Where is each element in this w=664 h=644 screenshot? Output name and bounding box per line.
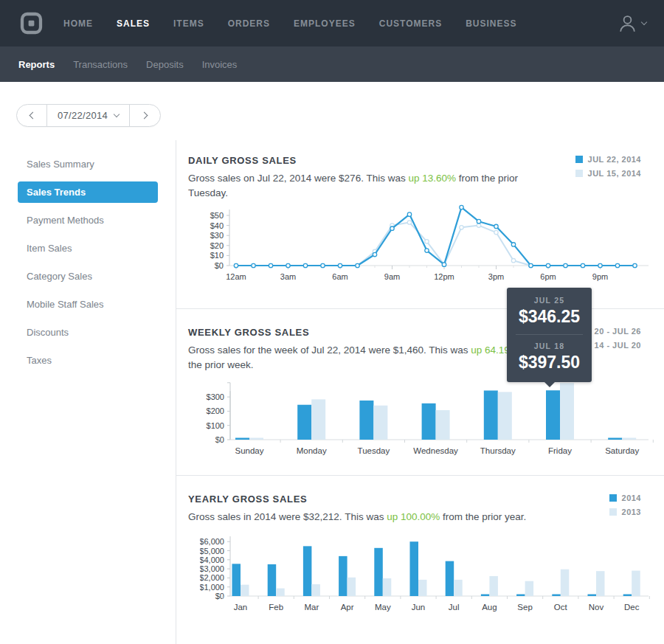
svg-text:$1,000: $1,000	[200, 582, 224, 591]
yearly-legend: 2014 2013	[609, 494, 641, 524]
svg-text:Aug: Aug	[482, 603, 497, 612]
daily-gross-sales-line-chart[interactable]: $0$10$20$30$40$5012am3am6am9am12pm3pm6pm…	[200, 204, 657, 284]
svg-text:Thursday: Thursday	[480, 446, 516, 455]
account-menu[interactable]	[618, 14, 646, 32]
yearly-section-description: Gross sales in 2014 were $32,212. This w…	[188, 510, 547, 524]
next-date-button[interactable]	[130, 105, 160, 126]
svg-text:$30: $30	[210, 231, 224, 240]
svg-text:$4,000: $4,000	[200, 555, 224, 564]
svg-text:May: May	[375, 603, 391, 612]
svg-text:Jun: Jun	[412, 603, 426, 612]
svg-text:$200: $200	[207, 407, 224, 416]
sidebar-item-payment-methods[interactable]: Payment Methods	[18, 210, 158, 231]
nav-item-sales[interactable]: SALES	[117, 18, 150, 29]
sidebar-item-taxes[interactable]: Taxes	[18, 350, 158, 371]
weekly-section-description: Gross sales for the week of Jul 22, 2014…	[188, 343, 547, 372]
daily-up-percent: up 13.60%	[408, 173, 456, 184]
svg-text:Jul: Jul	[449, 603, 460, 612]
date-select[interactable]: 07/22/2014	[47, 105, 130, 126]
svg-text:$0: $0	[215, 261, 224, 270]
chevron-left-icon	[30, 112, 37, 120]
legend-item: JUL 22, 2014	[575, 155, 641, 164]
svg-text:Saturday: Saturday	[605, 446, 639, 455]
legend-item: JUL 15, 2014	[575, 169, 641, 178]
sidebar-item-item-sales[interactable]: Item Sales	[18, 238, 158, 259]
legend-swatch-2013	[609, 508, 617, 516]
svg-text:Wednesday: Wednesday	[413, 446, 458, 455]
chart-tooltip: JUL 25 $346.25 JUL 18 $397.50	[507, 288, 592, 382]
nav-item-business[interactable]: BUSINESS	[466, 18, 516, 29]
svg-text:6am: 6am	[332, 272, 347, 281]
chevron-down-icon	[641, 19, 647, 25]
svg-text:9pm: 9pm	[592, 272, 608, 281]
svg-text:Dec: Dec	[624, 603, 640, 612]
svg-text:$2,000: $2,000	[200, 573, 224, 582]
reports-main: DAILY GROSS SALES Gross sales on Jul 22,…	[176, 140, 664, 644]
nav-item-home[interactable]: HOME	[63, 18, 93, 29]
nav-item-orders[interactable]: ORDERS	[228, 18, 270, 29]
sidebar-item-discounts[interactable]: Discounts	[18, 322, 158, 343]
reports-sidebar: Sales Summary Sales Trends Payment Metho…	[0, 140, 176, 644]
yearly-section-title: YEARLY GROSS SALES	[188, 494, 609, 505]
tooltip-date-current: JUL 25	[507, 296, 592, 305]
chevron-down-icon	[114, 111, 120, 117]
svg-text:$100: $100	[207, 421, 224, 430]
svg-text:$20: $20	[210, 241, 224, 250]
svg-text:Sunday: Sunday	[235, 446, 263, 455]
sidebar-item-sales-trends[interactable]: Sales Trends	[18, 181, 158, 203]
svg-text:Nov: Nov	[589, 603, 604, 612]
svg-text:Tuesday: Tuesday	[358, 446, 390, 455]
nav-item-employees[interactable]: EMPLOYEES	[294, 18, 356, 29]
svg-text:Feb: Feb	[269, 603, 283, 612]
nav-item-items[interactable]: ITEMS	[173, 18, 204, 29]
svg-text:$300: $300	[207, 392, 224, 401]
nav-item-customers[interactable]: CUSTOMERS	[379, 18, 442, 29]
svg-text:$10: $10	[210, 252, 224, 260]
svg-text:6pm: 6pm	[540, 272, 556, 281]
svg-text:Jan: Jan	[234, 603, 248, 612]
subnav-item-deposits[interactable]: Deposits	[146, 59, 184, 70]
daily-gross-sales-section: DAILY GROSS SALES Gross sales on Jul 22,…	[176, 140, 664, 308]
svg-text:Friday: Friday	[548, 446, 572, 455]
svg-text:3pm: 3pm	[488, 272, 504, 281]
tooltip-arrow-icon	[544, 381, 556, 387]
sidebar-item-category-sales[interactable]: Category Sales	[18, 266, 158, 287]
svg-text:Mar: Mar	[304, 603, 319, 612]
legend-swatch-current	[575, 156, 583, 163]
weekly-gross-sales-bar-chart[interactable]: $0$100$200$300SundayMondayTuesdayWednesd…	[200, 381, 657, 457]
svg-text:$0: $0	[215, 435, 224, 444]
daily-section-description: Gross sales on Jul 22, 2014 were $276. T…	[188, 171, 547, 200]
sidebar-item-mobile-staff-sales[interactable]: Mobile Staff Sales	[18, 294, 158, 315]
legend-item: 2013	[609, 508, 641, 516]
subnav-item-transactions[interactable]: Transactions	[73, 59, 128, 70]
prev-date-button[interactable]	[17, 105, 47, 126]
date-value: 07/22/2014	[58, 110, 108, 121]
svg-text:$6,000: $6,000	[200, 537, 224, 546]
tooltip-value-prior: $397.50	[507, 353, 592, 373]
yearly-gross-sales-section: YEARLY GROSS SALES Gross sales in 2014 w…	[176, 475, 664, 619]
daily-section-title: DAILY GROSS SALES	[188, 155, 575, 166]
tooltip-value-current: $346.25	[507, 307, 592, 327]
svg-text:3am: 3am	[280, 272, 296, 281]
subnav-item-invoices[interactable]: Invoices	[202, 59, 238, 70]
date-picker: 07/22/2014	[16, 104, 161, 127]
person-icon	[618, 14, 637, 32]
svg-text:$5,000: $5,000	[200, 546, 224, 555]
svg-text:$40: $40	[210, 221, 224, 230]
svg-text:Sep: Sep	[517, 603, 532, 612]
svg-text:Monday: Monday	[297, 446, 327, 455]
svg-text:Apr: Apr	[341, 603, 354, 612]
square-logo-icon[interactable]	[20, 12, 43, 35]
tooltip-divider	[516, 334, 583, 335]
sidebar-item-sales-summary[interactable]: Sales Summary	[18, 153, 158, 175]
daily-legend: JUL 22, 2014 JUL 15, 2014	[575, 155, 641, 200]
svg-text:$3,000: $3,000	[200, 564, 224, 573]
svg-text:12pm: 12pm	[434, 272, 454, 281]
top-nav-items: HOME SALES ITEMS ORDERS EMPLOYEES CUSTOM…	[63, 18, 517, 29]
svg-text:12am: 12am	[226, 272, 246, 281]
sales-sub-nav: Reports Transactions Deposits Invoices	[0, 46, 664, 82]
legend-item: 2014	[609, 494, 641, 502]
yearly-gross-sales-bar-chart[interactable]: $0$1,000$2,000$3,000$4,000$5,000$6,000Ja…	[200, 535, 657, 616]
top-nav: HOME SALES ITEMS ORDERS EMPLOYEES CUSTOM…	[0, 0, 664, 46]
subnav-item-reports[interactable]: Reports	[18, 59, 55, 70]
